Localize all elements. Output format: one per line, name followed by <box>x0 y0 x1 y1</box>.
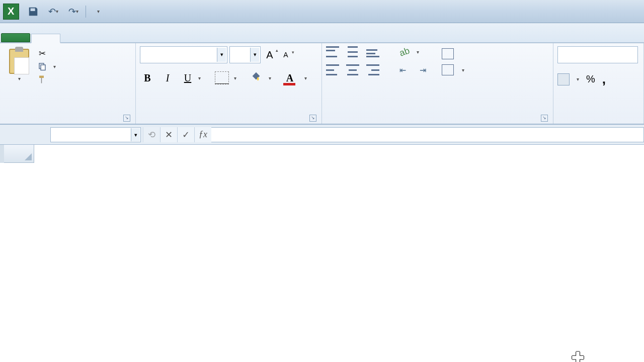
accounting-dropdown-icon[interactable]: ▾ <box>577 76 579 82</box>
select-all-button[interactable] <box>4 145 34 163</box>
worksheet <box>0 145 644 163</box>
bold-button[interactable]: B <box>140 70 155 85</box>
name-box[interactable]: ▾ <box>50 127 141 142</box>
font-size-combo[interactable]: ▾ <box>229 46 261 63</box>
align-top-button[interactable] <box>326 46 339 57</box>
merge-center-button[interactable]: ▾ <box>442 64 464 75</box>
orientation-button[interactable]: ab <box>398 45 411 59</box>
merge-dropdown-icon: ▾ <box>462 67 464 73</box>
wrap-text-icon <box>442 48 454 59</box>
italic-button[interactable]: I <box>160 70 175 85</box>
tab-page-layout[interactable] <box>89 34 117 42</box>
group-title-number <box>557 120 639 123</box>
cancel-button[interactable]: ✕ <box>160 127 177 142</box>
copy-button[interactable]: ▾ <box>37 61 56 71</box>
chevron-down-icon: ▾ <box>217 48 226 62</box>
chevron-down-icon: ▾ <box>250 48 259 62</box>
decrease-font-button[interactable]: A <box>279 51 293 59</box>
insert-function-button[interactable]: ƒx <box>194 127 211 142</box>
align-center-button[interactable] <box>346 64 359 75</box>
formula-bar: ▾ ⟲ ✕ ✓ ƒx <box>0 125 644 145</box>
tab-data[interactable] <box>145 34 173 42</box>
underline-button[interactable]: U <box>180 70 195 85</box>
cancel-edit-button[interactable]: ⟲ <box>143 127 160 142</box>
font-color-button[interactable]: A <box>283 72 296 84</box>
left-edge <box>0 145 4 163</box>
increase-indent-button[interactable]: ⇥ <box>420 65 433 75</box>
increase-font-button[interactable]: A <box>263 49 277 61</box>
decrease-indent-button[interactable]: ⇤ <box>399 65 413 75</box>
align-right-button[interactable] <box>366 64 379 75</box>
copy-dropdown-icon: ▾ <box>53 64 56 69</box>
svg-rect-1 <box>41 65 45 70</box>
tab-home[interactable] <box>31 34 60 43</box>
tab-file[interactable] <box>1 33 30 42</box>
quick-access-toolbar: ↶▾ ↷▾ ▾ <box>25 4 106 20</box>
undo-button[interactable]: ↶▾ <box>45 4 61 20</box>
qat-separator <box>86 6 86 18</box>
border-dropdown-icon[interactable]: ▾ <box>234 75 236 81</box>
chevron-down-icon: ▾ <box>131 128 140 141</box>
font-launcher[interactable]: ↘ <box>309 115 316 122</box>
group-title-clipboard: ↘ <box>4 120 131 123</box>
format-painter-button[interactable] <box>37 74 56 84</box>
percent-button[interactable]: % <box>586 73 595 85</box>
clipboard-icon <box>9 49 29 74</box>
paintbrush-icon <box>37 74 47 84</box>
enter-button[interactable]: ✓ <box>177 127 194 142</box>
alignment-launcher[interactable]: ↘ <box>541 115 548 122</box>
clipboard-launcher[interactable]: ↘ <box>123 115 130 122</box>
accounting-format-button[interactable] <box>557 73 570 85</box>
group-font: ▾ ▾ A A B I U ▾ ▾ <box>136 43 322 124</box>
save-button[interactable] <box>25 4 41 20</box>
orientation-dropdown-icon[interactable]: ▾ <box>417 49 419 55</box>
ribbon: ▾ ✂ ▾ <box>0 43 644 125</box>
scissors-icon: ✂ <box>37 48 47 58</box>
tab-review[interactable] <box>173 34 201 42</box>
wrap-text-button[interactable] <box>442 48 464 59</box>
align-left-button[interactable] <box>326 64 339 75</box>
align-middle-button[interactable] <box>346 46 359 57</box>
cut-button[interactable]: ✂ <box>37 48 56 58</box>
tab-formulas[interactable] <box>117 34 145 42</box>
ribbon-tabs <box>0 23 644 43</box>
tab-view[interactable] <box>201 34 229 42</box>
group-clipboard: ▾ ✂ ▾ <box>0 43 136 124</box>
formula-input[interactable] <box>211 127 644 142</box>
group-alignment: ab ▾ ⇤ ⇥ <box>322 43 553 124</box>
fill-color-button[interactable] <box>251 71 264 84</box>
paste-dropdown-icon: ▾ <box>7 76 32 81</box>
align-bottom-button[interactable] <box>366 46 379 57</box>
group-title-font: ↘ <box>140 120 317 123</box>
underline-dropdown-icon[interactable]: ▾ <box>198 75 201 81</box>
group-title-alignment: ↘ <box>326 120 549 123</box>
qat-customize-button[interactable]: ▾ <box>90 4 106 20</box>
tab-insert[interactable] <box>60 34 89 42</box>
number-format-combo[interactable] <box>557 46 638 63</box>
title-bar: ↶▾ ↷▾ ▾ <box>0 0 644 23</box>
border-button[interactable] <box>215 71 229 84</box>
font-color-dropdown-icon[interactable]: ▾ <box>304 75 307 81</box>
copy-icon <box>37 61 47 71</box>
excel-app-icon[interactable] <box>3 4 19 20</box>
fill-dropdown-icon[interactable]: ▾ <box>269 75 271 81</box>
font-name-combo[interactable]: ▾ <box>140 46 227 63</box>
merge-icon <box>442 64 454 75</box>
paste-button[interactable]: ▾ <box>4 46 34 120</box>
redo-button[interactable]: ↷▾ <box>65 4 82 20</box>
group-number: ▾ % , <box>553 43 644 124</box>
comma-button[interactable]: , <box>602 71 606 87</box>
